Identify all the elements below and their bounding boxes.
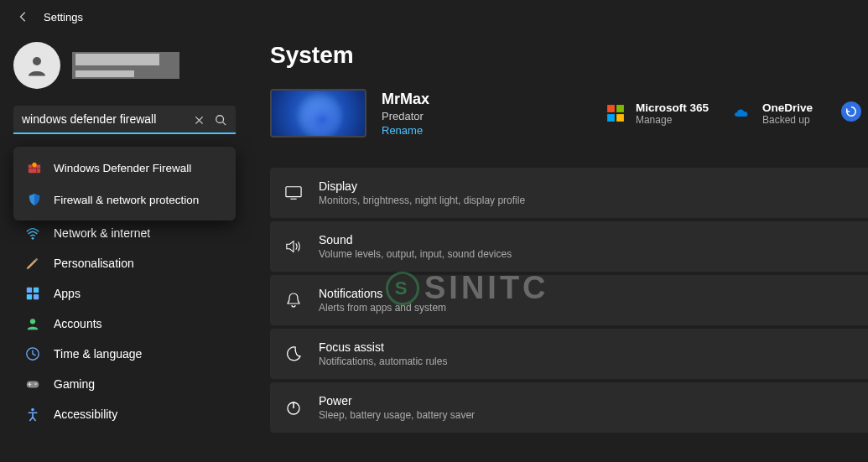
svg-rect-13 bbox=[607, 105, 615, 112]
sidebar-item-gaming[interactable]: Gaming bbox=[13, 369, 243, 399]
sidebar-item-personalisation[interactable]: Personalisation bbox=[13, 248, 243, 278]
sound-icon bbox=[285, 238, 302, 255]
svg-point-12 bbox=[31, 408, 34, 412]
svg-point-1 bbox=[216, 116, 224, 123]
status-overflow[interactable] bbox=[841, 101, 861, 122]
settings-sub: Volume levels, output, input, sound devi… bbox=[319, 248, 512, 260]
svg-rect-14 bbox=[616, 105, 624, 112]
rename-link[interactable]: Rename bbox=[382, 124, 429, 137]
sidebar-item-accounts[interactable]: Accounts bbox=[13, 309, 243, 339]
device-name: MrMax bbox=[382, 91, 429, 108]
update-icon bbox=[845, 106, 857, 117]
svg-rect-16 bbox=[616, 114, 624, 122]
status-sub: Backed up bbox=[762, 114, 813, 126]
search-icon bbox=[215, 114, 226, 126]
titlebar-title: Settings bbox=[44, 11, 83, 23]
settings-title: Sound bbox=[319, 233, 512, 247]
nav: Network & internet Personalisation Apps … bbox=[13, 218, 243, 429]
svg-point-8 bbox=[30, 319, 35, 324]
svg-rect-5 bbox=[34, 288, 39, 293]
svg-line-2 bbox=[223, 122, 226, 126]
personalisation-icon bbox=[25, 256, 40, 271]
status-cards: Microsoft 365 Manage OneDrive Backed up bbox=[606, 101, 868, 126]
m365-icon bbox=[606, 103, 626, 123]
sidebar-item-label: Personalisation bbox=[54, 257, 134, 270]
status-title: Microsoft 365 bbox=[636, 101, 709, 114]
settings-title: Focus assist bbox=[319, 340, 447, 354]
settings-sub: Notifications, automatic rules bbox=[319, 356, 447, 367]
person-icon bbox=[24, 53, 49, 78]
desktop-thumbnail[interactable] bbox=[270, 89, 366, 138]
focus-icon bbox=[285, 345, 302, 362]
arrow-left-icon bbox=[18, 11, 29, 23]
notifications-icon bbox=[285, 292, 302, 309]
sidebar-item-label: Gaming bbox=[54, 377, 95, 391]
status-sub: Manage bbox=[636, 114, 709, 126]
svg-rect-7 bbox=[34, 294, 39, 299]
sidebar-item-accessibility[interactable]: Accessibility bbox=[13, 399, 243, 429]
settings-item-focus[interactable]: Focus assist Notifications, automatic ru… bbox=[270, 329, 868, 379]
settings-item-display[interactable]: Display Monitors, brightness, night ligh… bbox=[270, 168, 868, 218]
settings-list: Display Monitors, brightness, night ligh… bbox=[270, 168, 868, 433]
sidebar-item-network[interactable]: Network & internet bbox=[13, 218, 243, 248]
svg-point-0 bbox=[33, 57, 41, 65]
display-icon bbox=[285, 184, 302, 201]
suggestion-label: Firewall & network protection bbox=[54, 194, 199, 206]
svg-rect-15 bbox=[607, 114, 615, 122]
suggestion-label: Windows Defender Firewall bbox=[54, 162, 191, 174]
sidebar-item-label: Accounts bbox=[54, 317, 102, 330]
settings-sub: Monitors, brightness, night light, displ… bbox=[319, 195, 525, 206]
gaming-icon bbox=[25, 376, 40, 392]
onedrive-icon bbox=[732, 103, 752, 123]
settings-item-notifications[interactable]: Notifications Alerts from apps and syste… bbox=[270, 275, 868, 325]
device-info: MrMax Predator Rename bbox=[382, 91, 429, 137]
settings-title: Display bbox=[319, 179, 525, 193]
status-m365[interactable]: Microsoft 365 Manage bbox=[606, 101, 709, 126]
main-content: System MrMax Predator Rename Microsoft 3… bbox=[252, 34, 868, 462]
sidebar-item-label: Apps bbox=[54, 287, 81, 300]
sidebar-item-label: Accessibility bbox=[54, 407, 117, 421]
back-button[interactable] bbox=[17, 10, 30, 23]
sidebar: Network & internet Personalisation Apps … bbox=[0, 34, 252, 462]
accessibility-icon bbox=[25, 407, 40, 422]
status-onedrive[interactable]: OneDrive Backed up bbox=[732, 101, 813, 126]
close-icon bbox=[195, 116, 204, 125]
settings-sub: Alerts from apps and system bbox=[319, 302, 446, 314]
status-title: OneDrive bbox=[762, 101, 813, 114]
svg-point-11 bbox=[35, 383, 37, 385]
device-model: Predator bbox=[382, 110, 429, 122]
svg-rect-6 bbox=[27, 294, 32, 299]
settings-item-power[interactable]: Power Sleep, battery usage, battery save… bbox=[270, 382, 868, 433]
search-button[interactable] bbox=[214, 113, 227, 127]
user-name-redacted bbox=[72, 52, 179, 79]
search-suggestions: Windows Defender Firewall Firewall & net… bbox=[13, 147, 236, 221]
settings-title: Notifications bbox=[319, 287, 446, 300]
sidebar-item-label: Network & internet bbox=[54, 226, 150, 240]
accounts-icon bbox=[25, 316, 40, 331]
user-profile[interactable] bbox=[13, 42, 243, 89]
titlebar: Settings bbox=[0, 0, 868, 34]
network-icon bbox=[25, 226, 40, 241]
suggestion-firewall-network[interactable]: Firewall & network protection bbox=[13, 184, 236, 215]
sidebar-item-time[interactable]: Time & language bbox=[13, 339, 243, 369]
settings-title: Power bbox=[319, 394, 475, 407]
clear-button[interactable] bbox=[192, 113, 205, 127]
svg-rect-4 bbox=[27, 288, 32, 293]
settings-sub: Sleep, battery usage, battery saver bbox=[319, 409, 475, 421]
search-box bbox=[13, 106, 236, 134]
svg-point-25 bbox=[32, 163, 36, 167]
page-title: System bbox=[270, 42, 868, 69]
firewall-brick-icon bbox=[27, 160, 42, 175]
svg-point-3 bbox=[32, 237, 34, 240]
time-icon bbox=[25, 346, 40, 361]
firewall-shield-icon bbox=[27, 192, 42, 207]
sidebar-item-apps[interactable]: Apps bbox=[13, 278, 243, 309]
svg-rect-17 bbox=[286, 187, 301, 197]
suggestion-defender-firewall[interactable]: Windows Defender Firewall bbox=[13, 152, 236, 184]
apps-icon bbox=[25, 286, 40, 301]
sidebar-item-label: Time & language bbox=[54, 347, 142, 361]
device-header: MrMax Predator Rename Microsoft 365 Mana… bbox=[270, 89, 868, 138]
power-icon bbox=[285, 399, 302, 416]
settings-item-sound[interactable]: Sound Volume levels, output, input, soun… bbox=[270, 221, 868, 272]
avatar bbox=[13, 42, 60, 89]
